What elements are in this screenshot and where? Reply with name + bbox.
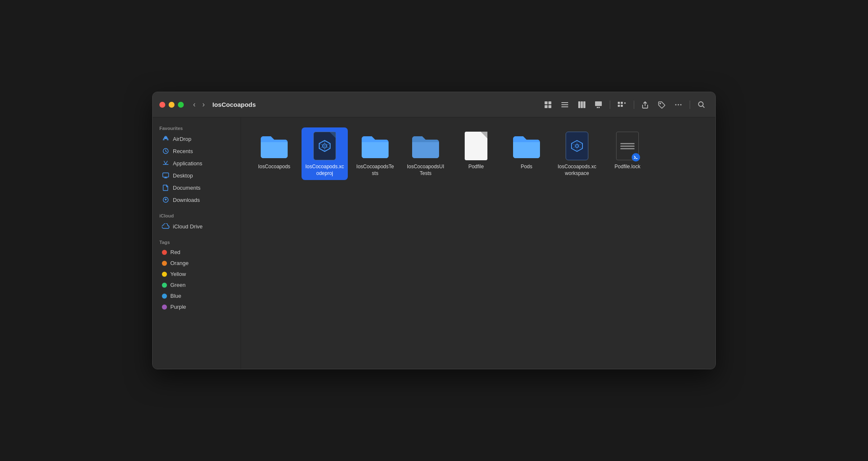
view-column-button[interactable] — [574, 98, 589, 111]
sidebar: Favourites AirDrop Recents Applications — [153, 117, 241, 369]
recents-icon — [162, 147, 169, 155]
svg-rect-3 — [548, 105, 551, 108]
file-item-ios-cocoapods-folder[interactable]: IosCocoapods — [251, 127, 297, 180]
red-label: Red — [170, 249, 180, 255]
file-label-podfile-lock: Podfile.lock — [614, 164, 640, 170]
search-button[interactable] — [694, 98, 709, 111]
traffic-lights — [159, 102, 184, 108]
sidebar-item-tag-yellow[interactable]: Yellow — [155, 269, 238, 279]
group-button[interactable] — [614, 99, 630, 111]
svg-point-21 — [699, 102, 703, 106]
sidebar-item-tag-purple[interactable]: Purple — [155, 302, 238, 312]
svg-rect-2 — [545, 105, 548, 108]
main-layout: Favourites AirDrop Recents Applications — [153, 117, 715, 369]
applications-label: Applications — [173, 160, 202, 167]
view-gallery-button[interactable] — [591, 98, 606, 111]
icloud-drive-label: iCloud Drive — [173, 223, 203, 230]
file-grid: IosCocoapods IosCocoapods.xcodepr — [251, 127, 705, 180]
tag-button[interactable] — [654, 98, 669, 111]
yellow-label: Yellow — [170, 271, 186, 277]
sidebar-item-applications[interactable]: Applications — [155, 157, 238, 169]
podlock-icon — [616, 132, 639, 160]
view-icon-grid-button[interactable] — [541, 98, 555, 111]
svg-point-19 — [678, 104, 679, 105]
file-item-tests-folder[interactable]: IosCocoapodsTests — [352, 127, 398, 180]
sidebar-item-tag-red[interactable]: Red — [155, 247, 238, 257]
yellow-tag-dot — [162, 272, 167, 277]
sidebar-item-recents[interactable]: Recents — [155, 145, 238, 157]
blue-tag-dot — [162, 294, 167, 299]
svg-rect-9 — [583, 101, 585, 108]
file-item-xcodeproj[interactable]: IosCocoapods.xcodeproj — [302, 127, 348, 180]
airdrop-label: AirDrop — [173, 136, 191, 142]
separator-1 — [610, 101, 610, 109]
purple-label: Purple — [170, 304, 186, 310]
more-button[interactable] — [671, 98, 685, 111]
file-label-xcodeproj: IosCocoapods.xcodeproj — [305, 164, 344, 177]
separator-2 — [634, 101, 634, 109]
podfilelock-icon-container — [612, 131, 643, 161]
sidebar-item-airdrop[interactable]: AirDrop — [155, 133, 238, 145]
xcodeproj-icon-container — [310, 131, 340, 161]
documents-label: Documents — [173, 185, 201, 191]
separator-3 — [690, 101, 690, 109]
podfile-icon-container — [461, 131, 491, 161]
podlock-line-1 — [620, 143, 635, 144]
svg-rect-13 — [618, 102, 620, 104]
folder-icon-tests — [360, 131, 390, 161]
sidebar-item-documents[interactable]: Documents — [155, 182, 238, 193]
sidebar-item-desktop[interactable]: Desktop — [155, 170, 238, 181]
svg-rect-23 — [163, 173, 169, 177]
back-button[interactable]: ‹ — [191, 98, 198, 111]
green-tag-dot — [162, 283, 167, 288]
file-item-uitests-folder[interactable]: IosCocoapodsUITests — [402, 127, 449, 180]
file-content-area[interactable]: IosCocoapods IosCocoapods.xcodepr — [241, 117, 715, 369]
minimize-button[interactable] — [169, 102, 175, 108]
svg-rect-16 — [621, 105, 623, 107]
sidebar-item-icloud-drive[interactable]: iCloud Drive — [155, 220, 238, 232]
view-list-button[interactable] — [558, 98, 572, 111]
toolbar-actions — [541, 98, 709, 111]
svg-rect-0 — [545, 101, 548, 104]
sidebar-item-downloads[interactable]: Downloads — [155, 194, 238, 206]
recents-label: Recents — [173, 148, 193, 154]
nav-buttons: ‹ › — [191, 98, 207, 111]
file-label-pods-folder: Pods — [521, 164, 532, 170]
svg-rect-5 — [561, 104, 568, 105]
sidebar-item-tag-orange[interactable]: Orange — [155, 258, 238, 268]
sidebar-item-tag-blue[interactable]: Blue — [155, 291, 238, 301]
file-label-uitests-folder: IosCocoapodsUITests — [406, 164, 445, 177]
finder-window: ‹ › IosCocoapods — [152, 92, 716, 369]
file-item-podfile[interactable]: Podfile — [453, 127, 499, 180]
svg-rect-6 — [561, 106, 568, 107]
xcodeproj-icon — [313, 132, 336, 160]
airdrop-icon — [162, 135, 169, 143]
folder-icon-ios-cocoapods — [259, 131, 289, 161]
sidebar-item-tag-green[interactable]: Green — [155, 280, 238, 290]
svg-rect-7 — [578, 101, 580, 108]
svg-point-18 — [675, 104, 677, 105]
svg-rect-14 — [621, 102, 623, 104]
podfile-doc-icon — [465, 132, 487, 160]
icloud-icon — [162, 223, 169, 230]
red-tag-dot — [162, 250, 167, 255]
svg-point-17 — [660, 103, 661, 104]
orange-label: Orange — [170, 260, 188, 266]
tags-section-title: Tags — [153, 236, 241, 246]
folder-icon-pods — [511, 131, 542, 161]
file-label-tests-folder: IosCocoapodsTests — [355, 164, 395, 177]
fullscreen-button[interactable] — [178, 102, 184, 108]
svg-rect-11 — [597, 107, 598, 108]
forward-button[interactable]: › — [200, 98, 207, 111]
downloads-icon — [162, 196, 169, 204]
file-item-podfile-lock[interactable]: Podfile.lock — [604, 127, 651, 180]
share-button[interactable] — [638, 98, 652, 111]
file-item-xcworkspace[interactable]: IosCocoapods.xcworkspace — [554, 127, 600, 180]
svg-rect-12 — [598, 107, 600, 108]
close-button[interactable] — [159, 102, 165, 108]
documents-icon — [162, 184, 169, 191]
svg-point-20 — [680, 104, 682, 105]
vscode-badge — [632, 153, 640, 162]
file-item-pods-folder[interactable]: Pods — [503, 127, 550, 180]
favourites-section-title: Favourites — [153, 122, 241, 132]
